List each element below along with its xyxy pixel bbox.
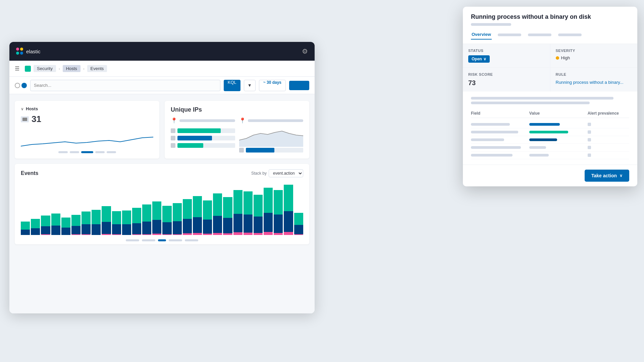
bar-group-4 — [61, 218, 70, 235]
stack-by-row: Stack by event.action — [251, 169, 303, 177]
dot-4 — [95, 151, 105, 153]
toggle-on[interactable] — [21, 83, 27, 88]
bar-group-5 — [71, 215, 80, 235]
unique-ips-title: Unique IPs — [171, 106, 303, 113]
breadcrumb-security[interactable]: Security — [34, 65, 56, 72]
panel-tab-placeholder-2 — [527, 30, 552, 40]
bar-teal-15 — [173, 203, 182, 221]
hamburger-icon[interactable]: ☰ — [15, 65, 19, 72]
pag-1 — [126, 239, 139, 241]
severity-value: High — [561, 55, 570, 60]
bar-pink-11 — [132, 234, 141, 235]
bar-teal-11 — [132, 208, 141, 223]
bar-teal-24 — [264, 188, 273, 213]
filter-kql-button[interactable]: KQL — [224, 80, 240, 91]
field-check-4 — [588, 146, 591, 149]
field-value-2 — [529, 131, 568, 133]
severity-dot — [556, 56, 559, 60]
breadcrumb-events[interactable]: Events — [87, 65, 107, 72]
desc-bar-2 — [471, 102, 590, 104]
hosts-count: 31 — [32, 114, 41, 124]
bar-chart — [21, 181, 303, 237]
bar-blue-19 — [213, 216, 222, 233]
settings-icon[interactable]: ⚙ — [302, 47, 308, 55]
bar-group-16 — [183, 199, 192, 235]
field-row-3 — [471, 136, 629, 144]
dot-3-active — [81, 151, 93, 153]
bar-teal-14 — [162, 206, 171, 222]
field-name-4 — [471, 146, 521, 149]
nav-square-icon — [25, 66, 31, 72]
bar-teal-7 — [92, 210, 101, 224]
field-check-1 — [588, 123, 591, 126]
bar-blue-26 — [284, 211, 293, 232]
filter-dropdown[interactable]: ▼ — [244, 80, 256, 91]
field-check-5 — [588, 154, 591, 157]
events-header: Events Stack by event.action — [21, 169, 303, 177]
bar-blue-5 — [71, 226, 80, 234]
bar-blue-7 — [92, 224, 101, 235]
stack-by-label: Stack by — [251, 171, 267, 176]
bar-blue-10 — [122, 224, 131, 235]
bar-blue-22 — [244, 215, 253, 233]
status-badge[interactable]: Open ∨ — [468, 55, 490, 63]
search-input[interactable] — [30, 80, 220, 91]
risk-score-label: Risk Score — [468, 72, 545, 76]
breadcrumb-arrow-1: › — [59, 67, 60, 71]
bar-pink-8 — [102, 234, 111, 235]
field-name-1 — [471, 123, 510, 126]
bar-pink-14 — [162, 234, 171, 235]
main-content: ∨ Hosts 31 — [9, 94, 315, 313]
field-row-1 — [471, 121, 629, 128]
bar-teal-5 — [71, 215, 80, 226]
bar-teal-13 — [152, 201, 161, 220]
breadcrumb-hosts[interactable]: Hosts — [63, 65, 80, 72]
calendar-button[interactable]: ~ 30 days — [259, 80, 286, 91]
events-pagination — [21, 239, 303, 241]
field-value-5 — [529, 154, 549, 157]
field-check-2 — [588, 130, 591, 134]
bar-group-24 — [264, 188, 273, 235]
ip-bar-fill-blue — [177, 136, 212, 140]
rule-cell: Rule Running process without a binary... — [550, 68, 638, 92]
bar-teal-6 — [82, 212, 91, 224]
bar-group-21 — [233, 190, 243, 235]
bar-pink-13 — [152, 234, 161, 235]
status-label: Status — [468, 49, 545, 53]
toggle-off[interactable] — [15, 83, 20, 88]
bar-pink-26 — [284, 232, 293, 235]
ip-bar-fill-teal-2 — [177, 143, 203, 148]
bar-teal-22 — [244, 191, 253, 215]
rule-link[interactable]: Running process without a binary... — [556, 80, 624, 85]
panel-tab-overview[interactable]: Overview — [471, 30, 492, 40]
status-badge-chevron: ∨ — [483, 57, 486, 61]
hosts-card: ∨ Hosts 31 — [15, 101, 159, 159]
ip-bar-label-2 — [171, 136, 175, 140]
overlay-panel: Running process without a binary on disk… — [463, 7, 637, 186]
bar-group-1 — [31, 219, 40, 235]
unique-ips-card: Unique IPs 📍 — [165, 101, 309, 159]
stack-by-select[interactable]: event.action — [269, 169, 303, 177]
bar-teal-18 — [203, 200, 212, 220]
bar-pink-16 — [183, 233, 192, 235]
tab-bar-3 — [558, 34, 582, 36]
bar-blue-4 — [61, 228, 70, 235]
bar-pink-9 — [112, 234, 121, 235]
hosts-page-dots — [21, 151, 153, 153]
bar-blue-21 — [233, 214, 243, 232]
risk-score-cell: Risk Score 73 — [463, 68, 550, 92]
take-action-button[interactable]: Take action ∨ — [585, 170, 629, 182]
tab-bar-1 — [498, 34, 521, 36]
search-button[interactable] — [289, 81, 309, 90]
bar-pink-22 — [244, 233, 253, 235]
bar-teal-1 — [31, 219, 40, 228]
dot-2 — [70, 151, 79, 153]
field-name-3 — [471, 138, 504, 141]
bar-teal-8 — [102, 206, 111, 222]
bar-teal-10 — [122, 210, 131, 224]
bar-blue-24 — [264, 213, 273, 232]
ip-bar-row-3 — [171, 143, 235, 148]
panel-title: Running process without a binary on disk — [471, 13, 629, 20]
panel-header: Running process without a binary on disk… — [463, 7, 637, 44]
field-row-2 — [471, 128, 629, 136]
